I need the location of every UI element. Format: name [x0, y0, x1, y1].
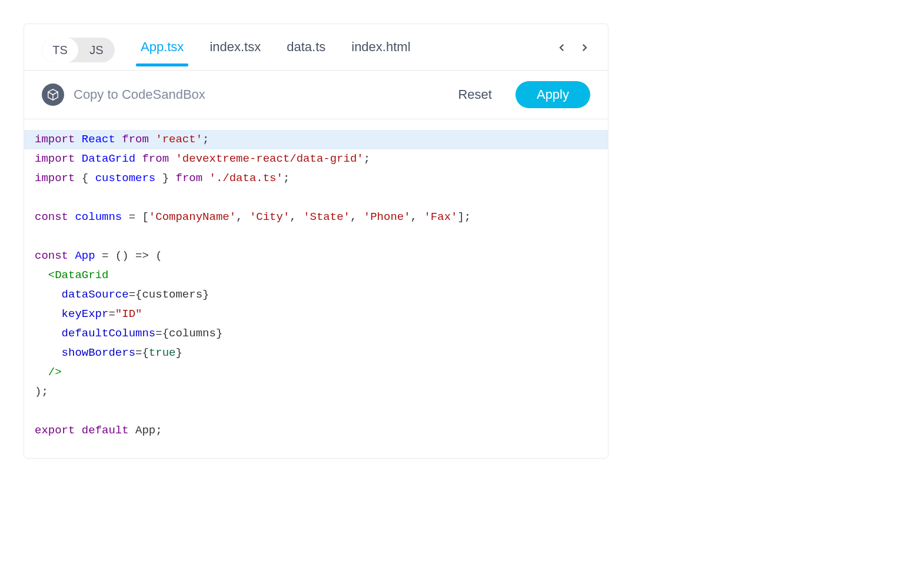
- code-line[interactable]: keyExpr="ID": [24, 305, 608, 324]
- tab-data-ts[interactable]: data.ts: [287, 36, 325, 64]
- code-line[interactable]: const App = () => (: [24, 246, 608, 266]
- chevron-left-icon[interactable]: [556, 42, 568, 54]
- code-line[interactable]: );: [24, 382, 608, 402]
- tab-app-tsx[interactable]: App.tsx: [141, 36, 184, 64]
- lang-option-ts[interactable]: TS: [42, 38, 78, 62]
- code-editor[interactable]: import React from 'react';import DataGri…: [24, 119, 608, 458]
- tab-index-tsx[interactable]: index.tsx: [209, 36, 261, 64]
- code-line[interactable]: [24, 227, 608, 246]
- code-line[interactable]: />: [24, 363, 608, 382]
- lang-option-js[interactable]: JS: [78, 38, 115, 62]
- code-line[interactable]: [24, 402, 608, 421]
- panel-header: TS JS App.tsx index.tsx data.ts index.ht…: [24, 24, 608, 70]
- apply-button[interactable]: Apply: [515, 81, 590, 108]
- file-tabs: App.tsx index.tsx data.ts index.html: [141, 36, 544, 64]
- code-line[interactable]: <DataGrid: [24, 266, 608, 285]
- code-line[interactable]: showBorders={true}: [24, 343, 608, 363]
- code-line[interactable]: import { customers } from './data.ts';: [24, 169, 608, 188]
- copy-to-codesandbox-link[interactable]: Copy to CodeSandBox: [74, 87, 448, 102]
- code-panel: TS JS App.tsx index.tsx data.ts index.ht…: [24, 24, 608, 459]
- tab-nav-arrows: [556, 42, 590, 54]
- code-line[interactable]: import React from 'react';: [24, 130, 608, 149]
- code-line[interactable]: [24, 188, 608, 208]
- tab-index-html[interactable]: index.html: [351, 36, 410, 64]
- codesandbox-icon[interactable]: [42, 83, 64, 106]
- code-line[interactable]: dataSource={customers}: [24, 285, 608, 305]
- code-line[interactable]: export default App;: [24, 421, 608, 440]
- code-line[interactable]: import DataGrid from 'devextreme-react/d…: [24, 149, 608, 169]
- lang-toggle: TS JS: [42, 38, 115, 62]
- reset-link[interactable]: Reset: [458, 87, 491, 102]
- code-line[interactable]: defaultColumns={columns}: [24, 324, 608, 343]
- chevron-right-icon[interactable]: [578, 42, 590, 54]
- actions-bar: Copy to CodeSandBox Reset Apply: [24, 71, 608, 119]
- code-line[interactable]: const columns = ['CompanyName', 'City', …: [24, 208, 608, 227]
